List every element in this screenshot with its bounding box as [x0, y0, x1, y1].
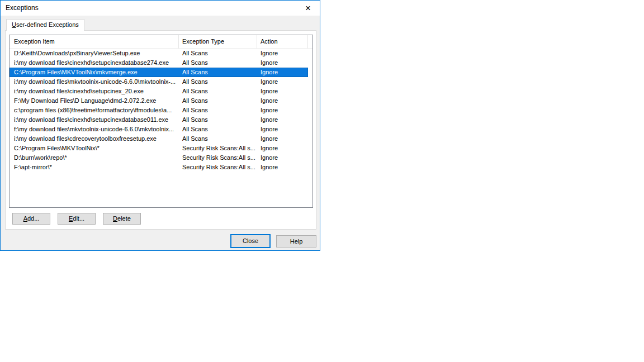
cell-exception-item: i:\my download files\cinexhd\setupcinexd…	[10, 58, 179, 68]
edit-button-label: dit...	[73, 215, 84, 222]
cell-exception-item: f:\my download files\mkvtoolnix-unicode-…	[10, 125, 179, 134]
cell-exception-item: i:\my download files\cinexhd\setupcinex_…	[10, 87, 179, 96]
exceptions-list-rows: D:\Keith\Downloads\pxBinaryViewerSetup.e…	[10, 49, 308, 172]
table-row[interactable]: C:\Program Files\MKVToolNix\mkvmerge.exe…	[10, 68, 308, 77]
close-icon[interactable]: ×	[296, 1, 320, 16]
delete-button-label: elete	[117, 215, 131, 222]
cell-action: Ignore	[257, 87, 308, 96]
delete-button-accesskey: D	[113, 215, 117, 222]
table-row[interactable]: D:\burn\work\repo\* Security Risk Scans:…	[10, 153, 308, 163]
cell-action: Ignore	[257, 96, 308, 106]
cell-action: Ignore	[257, 68, 308, 77]
cell-action: Ignore	[257, 153, 308, 163]
cell-exception-type: All Scans	[179, 125, 257, 134]
cell-action: Ignore	[257, 115, 308, 125]
tab-label-accesskey: U	[12, 21, 16, 28]
exceptions-dialog: Exceptions × User-defined Exceptions Exc…	[0, 0, 320, 251]
cell-exception-type: All Scans	[179, 68, 257, 77]
cell-exception-item: i:\my download files\cinexhd\setupcinexd…	[10, 115, 179, 125]
desktop-canvas: Exceptions × User-defined Exceptions Exc…	[0, 0, 644, 362]
column-header-exception-type[interactable]: Exception Type	[179, 35, 257, 49]
exceptions-list[interactable]: Exception Item Exception Type Action D:\…	[9, 35, 313, 208]
cell-exception-item: i:\my download files\mkvtoolnix-unicode-…	[10, 77, 179, 87]
tab-user-defined-exceptions[interactable]: User-defined Exceptions	[6, 19, 84, 31]
table-row[interactable]: i:\my download files\mkvtoolnix-unicode-…	[10, 77, 308, 87]
table-row[interactable]: i:\my download files\cinexhd\setupcinex_…	[10, 87, 308, 96]
help-button[interactable]: Help	[276, 235, 316, 247]
tab-page: Exception Item Exception Type Action D:\…	[5, 30, 316, 230]
cell-exception-item: F:\My Download Files\D Language\dmd-2.07…	[10, 96, 179, 106]
table-row[interactable]: D:\Keith\Downloads\pxBinaryViewerSetup.e…	[10, 49, 308, 58]
table-row[interactable]: i:\my download files\cinexhd\setupcinexd…	[10, 58, 308, 68]
cell-exception-item: i:\my download files\cdrecoverytoolboxfr…	[10, 134, 179, 144]
table-row[interactable]: F:\My Download Files\D Language\dmd-2.07…	[10, 96, 308, 106]
cell-action: Ignore	[257, 144, 308, 153]
cell-exception-type: All Scans	[179, 115, 257, 125]
cell-exception-type: Security Risk Scans:All s...	[179, 153, 257, 163]
cell-exception-item: F:\apt-mirror\*	[10, 163, 179, 172]
edit-button[interactable]: Edit...	[58, 213, 96, 225]
add-button-label: dd...	[27, 215, 39, 222]
window-title: Exceptions	[6, 1, 39, 16]
cell-action: Ignore	[257, 58, 308, 68]
table-row[interactable]: C:\Program Files\MKVToolNix\* Security R…	[10, 144, 308, 153]
add-button[interactable]: Add...	[12, 213, 50, 225]
cell-exception-item: D:\Keith\Downloads\pxBinaryViewerSetup.e…	[10, 49, 179, 58]
table-row[interactable]: c:\program files (x86)\freetime\formatfa…	[10, 106, 308, 115]
cell-exception-type: All Scans	[179, 49, 257, 58]
cell-action: Ignore	[257, 49, 308, 58]
column-header-action[interactable]: Action	[257, 35, 308, 49]
title-bar[interactable]: Exceptions ×	[1, 1, 320, 16]
table-row[interactable]: f:\my download files\mkvtoolnix-unicode-…	[10, 125, 308, 134]
cell-exception-item: C:\Program Files\MKVToolNix\*	[10, 144, 179, 153]
table-row[interactable]: i:\my download files\cdrecoverytoolboxfr…	[10, 134, 308, 144]
cell-action: Ignore	[257, 125, 308, 134]
cell-exception-type: All Scans	[179, 96, 257, 106]
cell-exception-item: C:\Program Files\MKVToolNix\mkvmerge.exe	[10, 68, 179, 77]
column-header-exception-item[interactable]: Exception Item	[10, 35, 179, 49]
close-button[interactable]: Close	[230, 234, 271, 248]
cell-exception-type: Security Risk Scans:All s...	[179, 163, 257, 172]
table-row[interactable]: F:\apt-mirror\* Security Risk Scans:All …	[10, 163, 308, 172]
cell-exception-item: D:\burn\work\repo\*	[10, 153, 179, 163]
tab-label: ser-defined Exceptions	[16, 21, 79, 28]
table-row[interactable]: i:\my download files\cinexhd\setupcinexd…	[10, 115, 308, 125]
cell-exception-type: All Scans	[179, 106, 257, 115]
cell-action: Ignore	[257, 163, 308, 172]
cell-action: Ignore	[257, 134, 308, 144]
list-header: Exception Item Exception Type Action	[10, 35, 312, 49]
cell-exception-type: All Scans	[179, 87, 257, 96]
cell-exception-type: All Scans	[179, 134, 257, 144]
add-button-accesskey: A	[23, 215, 27, 222]
cell-action: Ignore	[257, 77, 308, 87]
cell-exception-type: Security Risk Scans:All s...	[179, 144, 257, 153]
cell-exception-type: All Scans	[179, 58, 257, 68]
cell-action: Ignore	[257, 106, 308, 115]
cell-exception-item: c:\program files (x86)\freetime\formatfa…	[10, 106, 179, 115]
delete-button[interactable]: Delete	[103, 213, 141, 225]
cell-exception-type: All Scans	[179, 77, 257, 87]
